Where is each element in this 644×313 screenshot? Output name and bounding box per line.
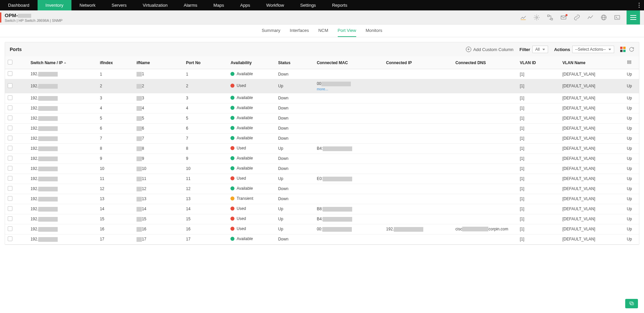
row-checkbox[interactable] <box>8 116 12 120</box>
table-row[interactable]: 192.777AvailableDown[1][DEFAULT_VLAN]Up <box>5 133 639 143</box>
topnav-item-reports[interactable]: Reports <box>324 0 356 10</box>
cell-vlanname: [DEFAULT_VLAN] <box>560 143 624 153</box>
col-vlanid[interactable]: VLAN ID <box>517 56 560 69</box>
row-checkbox[interactable] <box>8 236 12 241</box>
row-checkbox[interactable] <box>8 166 12 171</box>
row-checkbox[interactable] <box>8 105 12 110</box>
add-custom-column-button[interactable]: + Add Custom Column <box>466 47 514 52</box>
table-row[interactable]: 192.111AvailableDown[1][DEFAULT_VLAN]Up <box>5 69 639 79</box>
table-row[interactable]: 192.333AvailableDown[1][DEFAULT_VLAN]Up <box>5 93 639 103</box>
topnav-item-inventory[interactable]: Inventory <box>38 0 71 10</box>
globe-icon[interactable] <box>598 11 610 24</box>
col-ifname[interactable]: ifName <box>134 56 183 69</box>
network-icon[interactable] <box>544 11 556 24</box>
select-all-header[interactable] <box>5 56 28 69</box>
table-row[interactable]: 192.151515UsedUpB4:[1][DEFAULT_VLAN]Up <box>5 214 639 224</box>
col-dns[interactable]: Connected DNS <box>453 56 517 69</box>
cell-switch: 192. <box>28 204 97 214</box>
alert-icon[interactable] <box>531 11 543 24</box>
row-checkbox[interactable] <box>8 126 12 130</box>
column-settings[interactable] <box>624 56 639 69</box>
row-checkbox[interactable] <box>8 146 12 150</box>
cell-mac <box>314 123 383 133</box>
col-status[interactable]: Status <box>275 56 314 69</box>
svg-line-7 <box>535 19 535 19</box>
cell-ip <box>383 103 453 113</box>
cell-ip <box>383 69 453 79</box>
row-checkbox[interactable] <box>8 186 12 191</box>
topnav-item-virtualization[interactable]: Virtualization <box>135 0 176 10</box>
grid-view-icon[interactable] <box>620 47 626 52</box>
table-row[interactable]: 192.999AvailableDown[1][DEFAULT_VLAN]Up <box>5 153 639 164</box>
cell-update: Up <box>624 79 639 93</box>
row-checkbox[interactable] <box>8 71 12 76</box>
col-switch-name[interactable]: Switch Name / IP <box>28 56 97 69</box>
topnav-item-alarms[interactable]: Alarms <box>176 0 205 10</box>
cell-vlanid: [1] <box>517 93 560 103</box>
row-checkbox[interactable] <box>8 216 12 221</box>
cell-ifindex: 8 <box>97 143 134 153</box>
cell-ifindex: 11 <box>97 174 134 184</box>
link-icon[interactable] <box>571 11 583 24</box>
row-checkbox[interactable] <box>8 206 12 211</box>
topnav-item-network[interactable]: Network <box>71 0 104 10</box>
col-portno[interactable]: Port No <box>183 56 228 69</box>
col-vlanname[interactable]: VLAN Name <box>560 56 624 69</box>
topnav-item-settings[interactable]: Settings <box>292 0 324 10</box>
trend-icon[interactable] <box>584 11 596 24</box>
cell-status: Down <box>275 103 314 113</box>
topnav-item-apps[interactable]: Apps <box>232 0 258 10</box>
mail-icon[interactable] <box>557 11 570 24</box>
table-row[interactable]: 192.141414UsedUpB8:[1][DEFAULT_VLAN]Up <box>5 204 639 214</box>
terminal-icon[interactable] <box>611 11 623 24</box>
row-checkbox[interactable] <box>8 95 12 100</box>
kebab-menu-icon[interactable] <box>634 0 644 10</box>
cell-dns <box>453 153 517 164</box>
row-checkbox[interactable] <box>8 176 12 181</box>
subtab-monitors[interactable]: Monitors <box>366 25 382 37</box>
cell-availability: Available <box>228 184 275 194</box>
col-ifindex[interactable]: ifIndex <box>97 56 134 69</box>
col-availability[interactable]: Availability <box>228 56 275 69</box>
table-row[interactable]: 192.131313TransientDown[1][DEFAULT_VLAN]… <box>5 194 639 204</box>
table-row[interactable]: 192.222UsedUp00more...[1][DEFAULT_VLAN]U… <box>5 79 639 93</box>
cell-vlanname: [DEFAULT_VLAN] <box>560 93 624 103</box>
col-ip[interactable]: Connected IP <box>383 56 453 69</box>
row-checkbox[interactable] <box>8 136 12 140</box>
row-checkbox[interactable] <box>8 156 12 161</box>
subtab-port-view[interactable]: Port View <box>338 25 356 37</box>
table-row[interactable]: 192.888UsedUpB4:[1][DEFAULT_VLAN]Up <box>5 143 639 153</box>
table-row[interactable]: 192.101010AvailableDown[1][DEFAULT_VLAN]… <box>5 164 639 174</box>
cell-update: Up <box>624 133 639 143</box>
chart-icon[interactable] <box>517 11 529 24</box>
row-checkbox[interactable] <box>8 226 12 231</box>
filter-dropdown[interactable]: All <box>532 46 548 53</box>
table-row[interactable]: 192.666AvailableDown[1][DEFAULT_VLAN]Up <box>5 123 639 133</box>
table-row[interactable]: 192.171717AvailableDown[1][DEFAULT_VLAN]… <box>5 234 639 244</box>
topnav-item-maps[interactable]: Maps <box>205 0 232 10</box>
cell-ifname: 8 <box>134 143 183 153</box>
table-row[interactable]: 192.121212AvailableDown[1][DEFAULT_VLAN]… <box>5 184 639 194</box>
actions-dropdown[interactable]: --Select Actions-- <box>572 46 614 53</box>
more-link[interactable]: more... <box>317 87 381 91</box>
table-row[interactable]: 192.444AvailableDown[1][DEFAULT_VLAN]Up <box>5 103 639 113</box>
subtab-interfaces[interactable]: Interfaces <box>290 25 309 37</box>
table-row[interactable]: 192.161616UsedUp00:192.cisccorpin.com[1]… <box>5 224 639 234</box>
row-checkbox[interactable] <box>8 83 12 88</box>
cell-portno: 17 <box>183 234 228 244</box>
cell-portno: 6 <box>183 123 228 133</box>
table-row[interactable]: 192.111111UsedUpE0:[1][DEFAULT_VLAN]Up <box>5 174 639 184</box>
table-row[interactable]: 192.555AvailableDown[1][DEFAULT_VLAN]Up <box>5 113 639 123</box>
cell-ip <box>383 93 453 103</box>
cell-dns <box>453 123 517 133</box>
hamburger-menu[interactable] <box>627 10 640 25</box>
topnav-item-servers[interactable]: Servers <box>104 0 135 10</box>
topnav-item-workflow[interactable]: Workflow <box>258 0 292 10</box>
subtab-ncm[interactable]: NCM <box>318 25 328 37</box>
cell-vlanid: [1] <box>517 234 560 244</box>
refresh-icon[interactable] <box>629 47 634 52</box>
topnav-item-dashboard[interactable]: Dashboard <box>0 0 38 10</box>
subtab-summary[interactable]: Summary <box>262 25 280 37</box>
row-checkbox[interactable] <box>8 196 12 201</box>
col-mac[interactable]: Connected MAC <box>314 56 383 69</box>
